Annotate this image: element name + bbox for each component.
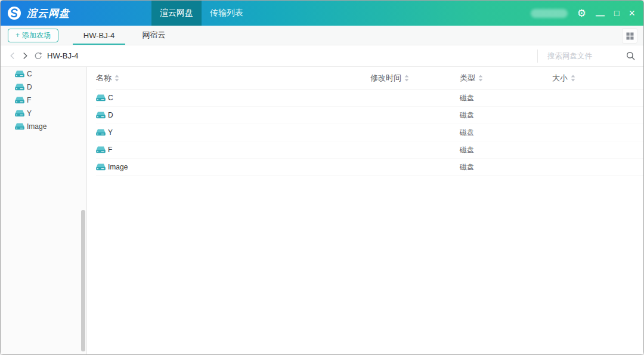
row-type: 磁盘 (460, 110, 552, 121)
grid-icon (626, 32, 634, 40)
minimize-icon[interactable]: — (596, 11, 605, 20)
refresh-button[interactable] (32, 50, 45, 63)
username-blurred (531, 9, 568, 18)
titlebar-right: ⚙ — □ × (531, 1, 643, 26)
table-row-drive-y[interactable]: Y 磁盘 (96, 124, 643, 141)
sidebar-item-label: D (27, 83, 32, 91)
table-row-drive-image[interactable]: Image 磁盘 (96, 159, 643, 176)
forward-button[interactable] (18, 50, 32, 63)
column-header-name[interactable]: 名称 (96, 73, 370, 84)
content-area: C D F Y Image 名称 (1, 67, 643, 354)
sidebar-item-label: C (27, 70, 32, 78)
column-header-modified[interactable]: 修改时间 (370, 73, 460, 84)
app-title: 渲云网盘 (27, 7, 70, 20)
drive-icon (15, 70, 24, 78)
nav-tab-cloud-drive[interactable]: 渲云网盘 (151, 1, 202, 26)
nav-tab-transfer-list[interactable]: 传输列表 (202, 1, 252, 26)
drive-icon (96, 129, 106, 136)
row-type: 磁盘 (460, 128, 552, 138)
drive-icon (96, 112, 106, 119)
drive-icon (15, 84, 24, 91)
sidebar-scrollbar-thumb[interactable] (81, 210, 85, 351)
farm-tabs: HW-BJ-4 网宿云 (72, 26, 181, 45)
sidebar-item-label: F (27, 96, 31, 104)
sidebar-item-label: Image (27, 122, 47, 131)
drive-icon (15, 110, 24, 117)
row-type: 磁盘 (460, 93, 552, 103)
brand: 渲云网盘 (1, 1, 151, 26)
sidebar-item-drive-f[interactable]: F (1, 94, 86, 107)
sort-carets-icon (571, 75, 575, 82)
column-header-type[interactable]: 类型 (460, 73, 552, 84)
search-icon[interactable] (626, 51, 635, 60)
sidebar-item-drive-d[interactable]: D (1, 81, 86, 94)
table-header: 名称 修改时间 类型 大小 (96, 67, 643, 89)
chevron-left-icon (9, 53, 16, 59)
drive-icon (15, 123, 24, 130)
search-box (537, 50, 635, 63)
sort-carets-icon (478, 75, 483, 82)
farm-tab-bar: + 添加农场 HW-BJ-4 网宿云 (1, 26, 643, 45)
sidebar-item-drive-y[interactable]: Y (1, 107, 86, 120)
table-row-drive-d[interactable]: D 磁盘 (96, 107, 643, 124)
gear-icon[interactable]: ⚙ (577, 8, 586, 18)
sidebar-item-label: Y (27, 109, 32, 118)
search-input[interactable] (547, 52, 618, 60)
main-nav-tabs: 渲云网盘 传输列表 (151, 1, 252, 26)
farm-tab-hw-bj-4[interactable]: HW-BJ-4 (72, 26, 126, 45)
add-farm-button[interactable]: + 添加农场 (8, 29, 58, 42)
farm-tab-wangsu-cloud[interactable]: 网宿云 (126, 26, 181, 45)
drive-icon (15, 97, 24, 104)
row-name: Image (108, 163, 128, 171)
close-icon[interactable]: × (628, 8, 635, 18)
drive-icon (96, 94, 106, 101)
plus-icon: + (16, 31, 20, 39)
sidebar-item-drive-c[interactable]: C (1, 67, 86, 81)
app-window: 渲云网盘 渲云网盘 传输列表 ⚙ — □ × + 添加农场 HW-BJ-4 网宿… (0, 0, 644, 355)
grid-view-button[interactable] (622, 28, 637, 44)
row-name: D (108, 111, 113, 119)
file-table: 名称 修改时间 类型 大小 C (87, 67, 643, 354)
sort-carets-icon (114, 75, 119, 82)
add-farm-label: 添加农场 (22, 30, 51, 41)
title-bar: 渲云网盘 渲云网盘 传输列表 ⚙ — □ × (1, 1, 643, 26)
row-type: 磁盘 (460, 162, 552, 172)
table-row-drive-c[interactable]: C 磁盘 (96, 89, 643, 107)
maximize-icon[interactable]: □ (614, 9, 619, 17)
toolbar: HW-BJ-4 (1, 45, 643, 67)
row-name: Y (108, 128, 113, 137)
row-name: F (108, 146, 112, 154)
table-row-drive-f[interactable]: F 磁盘 (96, 141, 643, 159)
sidebar-item-drive-image[interactable]: Image (1, 120, 86, 133)
column-header-size[interactable]: 大小 (552, 73, 643, 84)
chevron-right-icon (22, 53, 29, 59)
row-name: C (108, 94, 113, 102)
sort-carets-icon (404, 75, 409, 82)
refresh-icon (34, 52, 42, 60)
app-logo-swirl-icon (7, 5, 22, 21)
back-button[interactable] (5, 50, 18, 63)
breadcrumb: HW-BJ-4 (47, 51, 78, 60)
row-type: 磁盘 (460, 145, 552, 155)
sidebar-drive-tree: C D F Y Image (1, 67, 87, 354)
drive-icon (96, 146, 106, 153)
drive-icon (96, 163, 106, 171)
